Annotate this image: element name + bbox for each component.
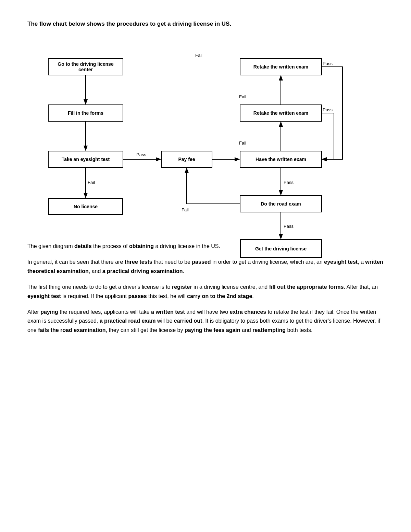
label-fail-written1: Fail — [239, 140, 246, 146]
box-retake-written-2: Retake the written exam — [240, 104, 322, 122]
flowchart: Go to the driving license center Fill in… — [27, 38, 384, 230]
box-written-exam: Have the written exam — [240, 151, 322, 168]
box-go-to-center: Go to the driving license center — [48, 58, 123, 75]
label-pass-road: Pass — [284, 224, 294, 229]
label-fail-top: Fail — [195, 53, 202, 58]
label-fail-eyesight: Fail — [88, 180, 95, 185]
label-fail-payfee: Fail — [182, 207, 189, 212]
box-fill-forms: Fill in the forms — [48, 104, 123, 122]
label-pass-written: Pass — [284, 180, 294, 185]
label-fail-written2: Fail — [239, 94, 246, 99]
box-retake-written-1: Retake the written exam — [240, 58, 322, 75]
paragraph-1: The given diagram details the process of… — [27, 242, 384, 251]
box-road-exam: Do the road exam — [240, 195, 322, 212]
label-pass-retake2: Pass — [323, 107, 333, 112]
paragraph-2: In general, it can be seen that there ar… — [27, 258, 384, 276]
paragraph-3: The first thing one needs to do to get a… — [27, 283, 384, 301]
page-title: The flow chart below shows the procedure… — [27, 21, 384, 27]
box-no-license: No license — [48, 198, 123, 215]
label-pass-eyesight: Pass — [136, 152, 146, 157]
box-eyesight-test: Take an eyesight test — [48, 151, 123, 168]
box-pay-fee: Pay fee — [161, 151, 212, 168]
paragraph-4: After paying the required fees, applican… — [27, 308, 384, 335]
box-get-license: Get the driving license — [240, 239, 322, 258]
label-pass-retake1: Pass — [323, 61, 333, 66]
